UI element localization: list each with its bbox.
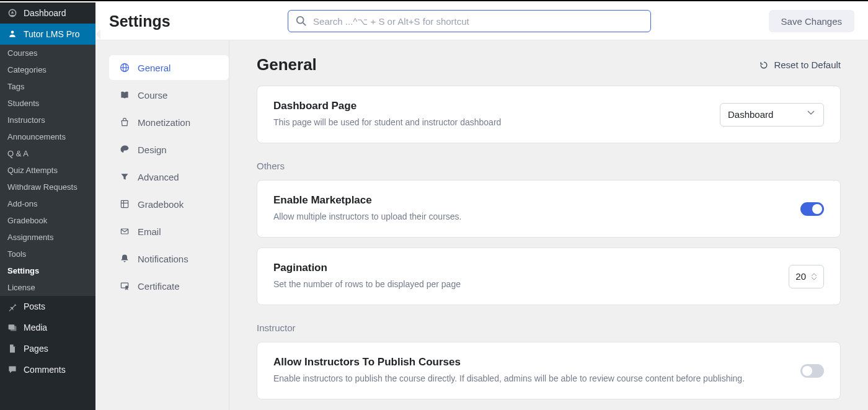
wp-sub-courses[interactable]: Courses	[0, 45, 95, 61]
reset-label: Reset to Default	[774, 60, 841, 70]
field-desc: Allow multiple instructors to upload the…	[273, 210, 786, 223]
wp-sub-qa[interactable]: Q & A	[0, 145, 95, 162]
wp-menu-media[interactable]: Media	[0, 317, 95, 338]
globe-icon	[119, 62, 130, 73]
wp-submenu: Courses Categories Tags Students Instruc…	[0, 45, 95, 296]
chevron-down-icon	[811, 277, 817, 280]
marketplace-toggle[interactable]	[800, 202, 824, 216]
tab-advanced[interactable]: Advanced	[109, 164, 229, 189]
wp-sub-quiz-attempts[interactable]: Quiz Attempts	[0, 162, 95, 179]
wp-sub-addons[interactable]: Add-ons	[0, 195, 95, 212]
tab-certificate[interactable]: Certificate	[109, 274, 229, 298]
save-button[interactable]: Save Changes	[769, 10, 854, 32]
svg-point-3	[297, 17, 304, 24]
field-label: Enable Marketplace	[273, 194, 786, 207]
tab-general[interactable]: General	[109, 55, 229, 80]
wp-sub-gradebook[interactable]: Gradebook	[0, 212, 95, 229]
media-icon	[6, 321, 19, 334]
main-area: Settings Save Changes General	[95, 2, 868, 410]
publish-toggle[interactable]	[800, 364, 824, 378]
page-title: Settings	[109, 12, 170, 30]
tab-label: Advanced	[138, 172, 179, 182]
tab-label: Certificate	[138, 281, 180, 292]
dashboard-icon	[6, 7, 19, 19]
wp-menu-label: Media	[24, 323, 47, 332]
wp-sub-tags[interactable]: Tags	[0, 78, 95, 95]
book-icon	[119, 89, 130, 100]
number-stepper[interactable]	[811, 273, 817, 280]
tab-gradebook[interactable]: Gradebook	[109, 192, 229, 216]
field-label: Pagination	[273, 262, 774, 274]
wp-menu-label: Tutor LMS Pro	[24, 29, 80, 39]
wp-menu-pages[interactable]: Pages	[0, 338, 95, 359]
number-value: 20	[795, 271, 806, 282]
field-label: Dashboard Page	[273, 100, 705, 112]
wp-menu-label: Posts	[24, 301, 45, 311]
wp-menu-label: Comments	[24, 365, 66, 375]
dashboard-page-select[interactable]: Dashboard	[720, 103, 824, 127]
settings-content: General Course Monetization	[95, 40, 868, 410]
tab-label: Monetization	[138, 117, 190, 128]
grade-icon	[119, 198, 130, 210]
tab-course[interactable]: Course	[109, 82, 229, 107]
wp-menu-label: Pages	[24, 344, 48, 354]
tutor-icon	[6, 28, 19, 40]
tab-label: Notifications	[138, 254, 188, 264]
tab-monetization[interactable]: Monetization	[109, 110, 229, 135]
wp-menu-comments[interactable]: Comments	[0, 359, 95, 380]
cert-icon	[119, 280, 130, 292]
field-desc: Set the number of rows to be displayed p…	[273, 278, 774, 291]
select-value: Dashboard	[728, 109, 773, 120]
svg-point-13	[126, 286, 128, 288]
page-icon	[6, 342, 19, 355]
wp-admin-sidebar: Dashboard Tutor LMS Pro Courses Categori…	[0, 2, 95, 410]
wp-sub-students[interactable]: Students	[0, 95, 95, 112]
tab-design[interactable]: Design	[109, 137, 229, 162]
mail-icon	[119, 226, 130, 237]
tab-label: General	[138, 63, 170, 73]
topbar: Settings Save Changes	[95, 2, 868, 40]
tab-label: Course	[138, 90, 167, 100]
palette-icon	[119, 144, 130, 155]
svg-rect-8	[121, 200, 128, 207]
wp-sub-withdraw[interactable]: Withdraw Requests	[0, 179, 95, 195]
wp-sub-license[interactable]: License	[0, 279, 95, 296]
tab-label: Email	[138, 226, 161, 237]
section-others-label: Others	[257, 161, 841, 171]
pagination-card: Pagination Set the number of rows to be …	[257, 247, 841, 305]
wp-sub-settings[interactable]: Settings	[0, 262, 95, 279]
tab-notifications[interactable]: Notifications	[109, 246, 229, 271]
chevron-down-icon	[807, 110, 816, 119]
search-box[interactable]	[288, 10, 651, 32]
field-desc: Enable instructors to publish the course…	[273, 372, 786, 385]
field-desc: This page will be used for student and i…	[273, 116, 705, 129]
wp-menu-posts[interactable]: Posts	[0, 296, 95, 317]
bag-icon	[119, 117, 130, 128]
marketplace-card: Enable Marketplace Allow multiple instru…	[257, 180, 841, 238]
svg-rect-11	[121, 229, 128, 234]
field-label: Allow Instructors To Publish Courses	[273, 356, 786, 368]
settings-panel: General Reset to Default Dashboard Page …	[229, 40, 868, 410]
wp-menu-dashboard[interactable]: Dashboard	[0, 2, 95, 24]
pagination-input[interactable]: 20	[789, 265, 824, 288]
wp-menu-label: Dashboard	[24, 8, 66, 18]
wp-sub-announcements[interactable]: Announcements	[0, 128, 95, 145]
wp-sub-categories[interactable]: Categories	[0, 61, 95, 78]
publish-card: Allow Instructors To Publish Courses Ena…	[257, 342, 841, 399]
svg-rect-2	[11, 326, 17, 331]
tab-email[interactable]: Email	[109, 219, 229, 244]
svg-point-0	[11, 30, 14, 33]
dashboard-page-card: Dashboard Page This page will be used fo…	[257, 86, 841, 143]
bell-icon	[119, 253, 130, 264]
search-input[interactable]	[313, 16, 643, 27]
settings-tabs: General Course Monetization	[95, 40, 229, 410]
tab-label: Design	[138, 145, 167, 155]
reset-button[interactable]: Reset to Default	[759, 60, 841, 70]
tab-label: Gradebook	[138, 199, 184, 210]
wp-sub-tools[interactable]: Tools	[0, 246, 95, 262]
panel-header: General Reset to Default	[257, 55, 841, 74]
svg-line-4	[303, 23, 306, 26]
wp-menu-tutor-lms[interactable]: Tutor LMS Pro	[0, 24, 95, 45]
wp-sub-assignments[interactable]: Assignments	[0, 229, 95, 246]
wp-sub-instructors[interactable]: Instructors	[0, 112, 95, 128]
